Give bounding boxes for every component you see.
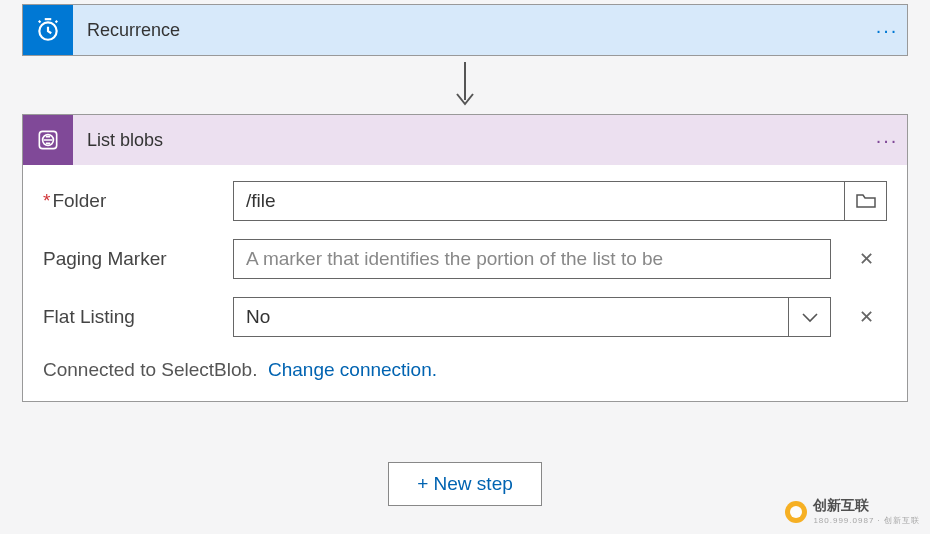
chevron-down-icon — [801, 311, 819, 323]
list-blobs-step: List blobs ··· *Folder /file Paging Mark — [22, 114, 908, 402]
list-blobs-menu-icon[interactable]: ··· — [867, 129, 907, 152]
folder-picker-button[interactable] — [845, 181, 887, 221]
watermark: 创新互联 180.999.0987 · 创新互联 — [785, 497, 920, 526]
blob-icon — [23, 115, 73, 165]
paging-marker-label: Paging Marker — [43, 248, 233, 270]
recurrence-menu-icon[interactable]: ··· — [867, 19, 907, 42]
flat-listing-label: Flat Listing — [43, 306, 233, 328]
paging-marker-input[interactable]: A marker that identifies the portion of … — [233, 239, 831, 279]
list-blobs-header[interactable]: List blobs ··· — [23, 115, 907, 165]
flat-listing-remove-button[interactable]: ✕ — [845, 297, 887, 337]
folder-row: *Folder /file — [43, 181, 887, 221]
flat-listing-dropdown-button[interactable] — [789, 297, 831, 337]
recurrence-step[interactable]: Recurrence ··· — [22, 4, 908, 56]
new-step-button[interactable]: + New step — [388, 462, 542, 506]
close-icon: ✕ — [859, 248, 874, 270]
close-icon: ✕ — [859, 306, 874, 328]
paging-marker-remove-button[interactable]: ✕ — [845, 239, 887, 279]
flat-listing-select[interactable]: No — [233, 297, 789, 337]
list-blobs-title: List blobs — [73, 130, 867, 151]
folder-input[interactable]: /file — [233, 181, 845, 221]
paging-marker-row: Paging Marker A marker that identifies t… — [43, 239, 887, 279]
recurrence-title: Recurrence — [73, 20, 867, 41]
connection-info: Connected to SelectBlob. Change connecti… — [43, 355, 887, 381]
folder-label: *Folder — [43, 190, 233, 212]
change-connection-link[interactable]: Change connection. — [268, 359, 437, 380]
connector-arrow — [16, 56, 914, 114]
watermark-logo-icon — [785, 501, 807, 523]
clock-icon — [23, 5, 73, 55]
recurrence-header[interactable]: Recurrence ··· — [23, 5, 907, 55]
flat-listing-row: Flat Listing No ✕ — [43, 297, 887, 337]
